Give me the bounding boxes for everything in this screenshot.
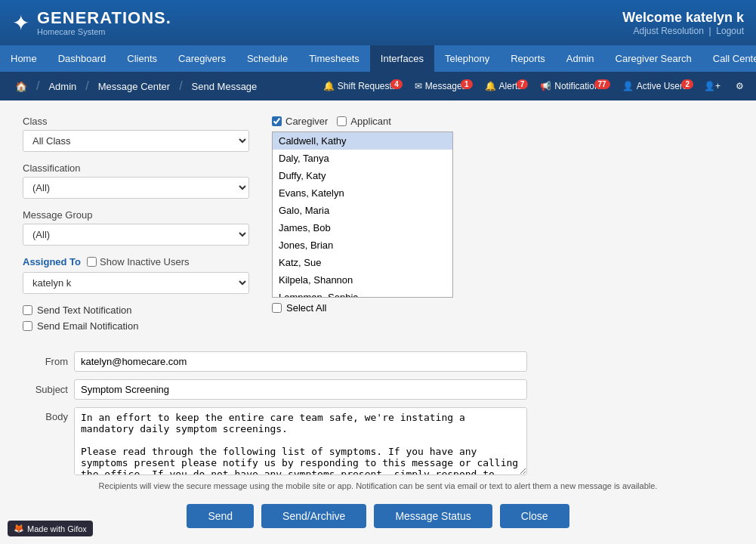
- from-input[interactable]: [74, 351, 527, 372]
- list-item[interactable]: Galo, Maria: [273, 202, 452, 219]
- list-header: Caregiver Applicant: [272, 116, 733, 127]
- list-item[interactable]: Duffy, Katy: [273, 167, 452, 184]
- adjust-resolution-link[interactable]: Adjust Resolution: [633, 26, 703, 36]
- message-group-label: Message Group: [23, 209, 249, 221]
- list-item[interactable]: Daly, Tanya: [273, 150, 452, 167]
- list-item[interactable]: Katz, Sue: [273, 254, 452, 271]
- logo-title: GENERATIONS.: [37, 9, 171, 27]
- gear-icon: ⚙: [736, 81, 744, 91]
- send-email-checkbox[interactable]: [23, 321, 32, 331]
- caregiver-list[interactable]: Caldwell, Kathy Daly, Tanya Duffy, Katy …: [272, 131, 453, 298]
- classification-label: Classification: [23, 162, 249, 174]
- send-text-checkbox[interactable]: [23, 305, 32, 315]
- logout-link[interactable]: Logout: [716, 26, 744, 36]
- list-item[interactable]: Jones, Brian: [273, 236, 452, 254]
- subject-input[interactable]: [74, 379, 527, 400]
- subject-row: Subject: [23, 379, 733, 400]
- caregiver-checkbox[interactable]: [272, 116, 282, 126]
- user-icon: 👤: [622, 81, 634, 91]
- body-row: Body In an effort to keep the entire car…: [23, 407, 733, 475]
- notification-icon: 📢: [540, 81, 551, 91]
- assigned-to-row: Assigned To Show Inactive Users: [23, 256, 249, 267]
- notifications-badge[interactable]: 📢 Notifications 77: [532, 78, 611, 94]
- nav-telephony[interactable]: Telephony: [434, 45, 500, 72]
- top-header: ✦ GENERATIONS. Homecare System Welcome k…: [0, 0, 756, 45]
- message-group-select[interactable]: (All): [23, 224, 249, 246]
- message-icon: ✉: [415, 81, 422, 91]
- logo-star-icon: ✦: [12, 11, 29, 36]
- sec-nav-message-center[interactable]: Message Center: [89, 72, 179, 100]
- send-text-label: Send Text Notification: [37, 304, 132, 316]
- message-status-button[interactable]: Message Status: [374, 504, 492, 528]
- class-select[interactable]: All Class: [23, 130, 249, 152]
- sec-nav-home-icon[interactable]: 🏠: [6, 72, 36, 100]
- message-form: From Subject Body In an effort to keep t…: [23, 351, 733, 475]
- notifications-count: 77: [594, 79, 610, 89]
- send-archive-button[interactable]: Send/Archive: [261, 504, 366, 528]
- main-content: Class All Class Classification (All) Mes…: [0, 100, 756, 544]
- shift-requests-badge[interactable]: 🔔 Shift Requests 4: [316, 78, 404, 94]
- form-container: Class All Class Classification (All) Mes…: [23, 116, 733, 336]
- bell-icon: 🔔: [323, 81, 335, 91]
- show-inactive-label: Show Inactive Users: [100, 256, 190, 267]
- list-item[interactable]: Kilpela, Shannon: [273, 271, 452, 289]
- assigned-to-label: Assigned To: [23, 256, 81, 267]
- nav-home[interactable]: Home: [0, 45, 48, 72]
- nav-reports[interactable]: Reports: [500, 45, 556, 72]
- body-textarea[interactable]: In an effort to keep the entire care tea…: [74, 407, 527, 475]
- logo-area: ✦ GENERATIONS. Homecare System: [12, 9, 171, 36]
- header-links: Adjust Resolution | Logout: [622, 26, 744, 36]
- caregiver-option: Caregiver: [272, 116, 328, 127]
- nav-timesheets[interactable]: Timesheets: [298, 45, 370, 72]
- applicant-checkbox[interactable]: [337, 116, 347, 126]
- show-inactive-checkbox[interactable]: [87, 257, 97, 267]
- sec-nav-send-message[interactable]: Send Message: [183, 72, 267, 100]
- settings-button[interactable]: ⚙: [730, 78, 750, 94]
- list-item[interactable]: Evans, Katelyn: [273, 184, 452, 202]
- nav-admin[interactable]: Admin: [556, 45, 605, 72]
- sec-nav-right: 🔔 Shift Requests 4 ✉ Messages 1 🔔 Alerts…: [316, 78, 750, 94]
- select-all-label: Select All: [286, 302, 326, 314]
- nav-interfaces[interactable]: Interfaces: [370, 45, 434, 72]
- show-inactive-container: Show Inactive Users: [87, 256, 190, 267]
- body-label: Body: [23, 407, 68, 422]
- assigned-user-group: katelyn k: [23, 272, 249, 294]
- sec-nav-admin[interactable]: Admin: [39, 72, 85, 100]
- send-button[interactable]: Send: [187, 504, 254, 528]
- logo-sub: Homecare System: [37, 27, 171, 36]
- classification-select[interactable]: (All): [23, 177, 249, 199]
- sec-nav-left: 🏠 / Admin / Message Center / Send Messag…: [6, 72, 316, 100]
- nav-schedule[interactable]: Schedule: [236, 45, 298, 72]
- send-email-label: Send Email Notification: [37, 320, 138, 332]
- nav-caregiver-search[interactable]: Caregiver Search: [605, 45, 702, 72]
- messages-badge[interactable]: ✉ Messages 1: [407, 78, 474, 94]
- list-item[interactable]: Caldwell, Kathy: [273, 132, 452, 150]
- assigned-user-select[interactable]: katelyn k: [23, 272, 249, 294]
- alert-icon: 🔔: [485, 81, 496, 91]
- button-row: Send Send/Archive Message Status Close: [23, 498, 733, 534]
- list-item[interactable]: James, Bob: [273, 219, 452, 236]
- footer-note: Recipients will view the secure message …: [23, 481, 733, 490]
- from-row: From: [23, 351, 733, 372]
- close-button[interactable]: Close: [500, 504, 569, 528]
- message-group-group: Message Group (All): [23, 209, 249, 246]
- active-users-badge[interactable]: 👤 Active Users 2: [615, 78, 695, 94]
- active-users-label: Active Users: [637, 81, 687, 91]
- caregiver-label: Caregiver: [285, 116, 328, 127]
- nav-caregivers[interactable]: Caregivers: [168, 45, 236, 72]
- nav-clients[interactable]: Clients: [116, 45, 168, 72]
- classification-group: Classification (All): [23, 162, 249, 199]
- add-user-button[interactable]: 👤+: [698, 78, 727, 94]
- nav-call-center[interactable]: Call Center: [702, 45, 756, 72]
- nav-dashboard[interactable]: Dashboard: [48, 45, 117, 72]
- select-all-checkbox[interactable]: [272, 303, 282, 313]
- select-all-row: Select All: [272, 302, 733, 314]
- alerts-count: 7: [517, 79, 529, 89]
- class-group: Class All Class: [23, 116, 249, 152]
- list-item[interactable]: Lampman, Sophia: [273, 289, 452, 298]
- alerts-badge[interactable]: 🔔 Alerts 7: [477, 78, 530, 94]
- shift-requests-count: 4: [390, 79, 403, 89]
- applicant-option: Applicant: [337, 116, 390, 127]
- main-nav: Home Dashboard Clients Caregivers Schedu…: [0, 45, 756, 72]
- from-label: From: [23, 356, 68, 367]
